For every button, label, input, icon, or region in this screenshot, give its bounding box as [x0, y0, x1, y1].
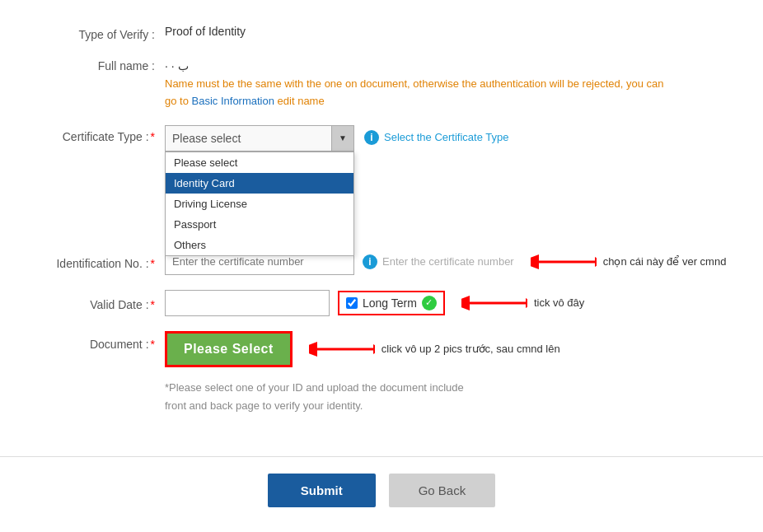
svg-marker-2	[595, 257, 597, 267]
id-info-icon: i	[363, 254, 377, 269]
full-name-label: Full name :	[33, 56, 165, 72]
valid-annot-text: tick vô đây	[534, 296, 584, 309]
id-annot-text: chọn cái này để ver cmnd	[603, 255, 727, 268]
id-arrow-icon	[531, 252, 597, 272]
valid-annotation: tick vô đây	[461, 293, 584, 313]
bottom-bar: Submit Go Back	[0, 456, 763, 524]
id-annotation: chọn cái này để ver cmnd	[531, 252, 727, 272]
long-term-check-icon: ✓	[422, 296, 437, 310]
id-no-hint: i Enter the certificate number	[363, 254, 514, 269]
long-term-label: Long Term	[363, 296, 417, 310]
valid-date-label: Valid Date :*	[33, 295, 165, 311]
svg-marker-5	[526, 298, 527, 308]
go-back-button[interactable]: Go Back	[389, 474, 496, 507]
type-of-verify-value: Proof of Identity	[165, 25, 730, 38]
dropdown-item-driving-license[interactable]: Driving License	[166, 194, 353, 214]
svg-marker-8	[373, 344, 375, 354]
full-name-value: · · ب	[165, 56, 730, 72]
footnote: *Please select one of your ID and upload…	[165, 379, 730, 415]
warning-text: Name must be the same with the one on do…	[165, 76, 730, 110]
dropdown-item-others[interactable]: Others	[166, 235, 353, 255]
cert-type-display: Please select	[165, 125, 354, 152]
cert-type-select[interactable]: Please select ▼	[165, 125, 354, 152]
type-of-verify-label: Type of Verify :	[33, 25, 165, 41]
dropdown-item-identity-card[interactable]: Identity Card	[166, 173, 353, 194]
doc-annotation: click vô up 2 pics trước, sau cmnd lên	[309, 339, 560, 359]
document-label: Document :*	[33, 331, 165, 351]
please-select-button[interactable]: Please Select	[165, 331, 293, 367]
cert-type-hint: i Select the Certificate Type	[364, 125, 509, 145]
valid-arrow-icon	[461, 293, 527, 313]
dropdown-item-please-select[interactable]: Please select	[166, 152, 353, 173]
cert-type-dropdown: Please select Identity Card Driving Lice…	[165, 152, 354, 256]
valid-date-input[interactable]	[165, 290, 330, 316]
cert-type-label: Certificate Type :*	[33, 125, 165, 143]
doc-annot-text: click vô up 2 pics trước, sau cmnd lên	[382, 343, 560, 355]
cert-info-icon: i	[364, 130, 379, 145]
long-term-wrapper: Long Term ✓	[338, 291, 445, 315]
id-no-label: Identification No. :*	[33, 254, 165, 270]
doc-arrow-icon	[309, 339, 375, 359]
basic-info-link[interactable]: Basic Information	[192, 95, 274, 107]
submit-button[interactable]: Submit	[268, 474, 376, 507]
long-term-checkbox[interactable]	[346, 297, 358, 309]
dropdown-item-passport[interactable]: Passport	[166, 214, 353, 235]
